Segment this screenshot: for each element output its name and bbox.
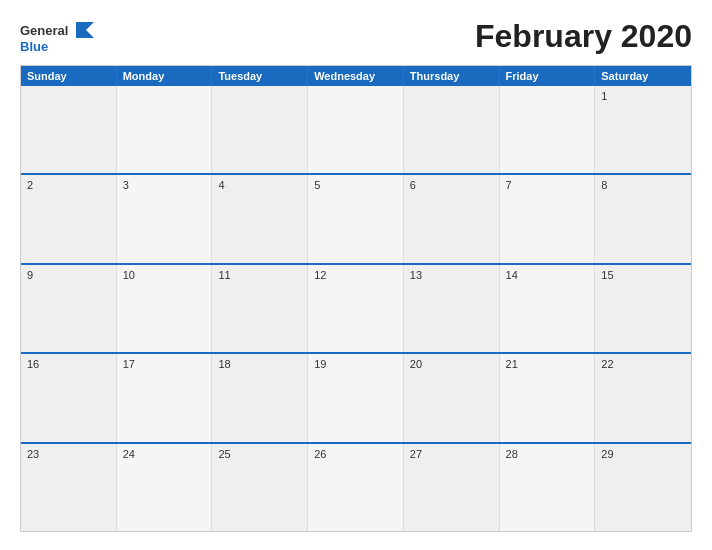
day-empty-2 — [117, 86, 213, 173]
page-header: General Blue February 2020 — [20, 18, 692, 55]
day-25: 25 — [212, 444, 308, 531]
day-13: 13 — [404, 265, 500, 352]
calendar-header: Sunday Monday Tuesday Wednesday Thursday… — [21, 66, 691, 86]
calendar-week-1: 1 — [21, 86, 691, 173]
day-11: 11 — [212, 265, 308, 352]
header-tuesday: Tuesday — [212, 66, 308, 86]
day-12: 12 — [308, 265, 404, 352]
logo-general-text: General — [20, 24, 68, 37]
day-26: 26 — [308, 444, 404, 531]
day-15: 15 — [595, 265, 691, 352]
day-5: 5 — [308, 175, 404, 262]
day-20: 20 — [404, 354, 500, 441]
calendar-grid: Sunday Monday Tuesday Wednesday Thursday… — [20, 65, 692, 532]
day-9: 9 — [21, 265, 117, 352]
day-empty-1 — [21, 86, 117, 173]
header-wednesday: Wednesday — [308, 66, 404, 86]
day-29: 29 — [595, 444, 691, 531]
day-28: 28 — [500, 444, 596, 531]
day-23: 23 — [21, 444, 117, 531]
header-thursday: Thursday — [404, 66, 500, 86]
day-27: 27 — [404, 444, 500, 531]
day-6: 6 — [404, 175, 500, 262]
day-4: 4 — [212, 175, 308, 262]
day-2: 2 — [21, 175, 117, 262]
day-16: 16 — [21, 354, 117, 441]
day-empty-4 — [308, 86, 404, 173]
header-friday: Friday — [500, 66, 596, 86]
header-sunday: Sunday — [21, 66, 117, 86]
day-1: 1 — [595, 86, 691, 173]
day-19: 19 — [308, 354, 404, 441]
day-8: 8 — [595, 175, 691, 262]
day-empty-3 — [212, 86, 308, 173]
calendar-page: General Blue February 2020 Sunday Monday… — [0, 0, 712, 550]
day-empty-5 — [404, 86, 500, 173]
calendar-week-5: 23 24 25 26 27 28 29 — [21, 442, 691, 531]
logo-flag-icon — [72, 20, 94, 38]
calendar-week-2: 2 3 4 5 6 7 8 — [21, 173, 691, 262]
header-monday: Monday — [117, 66, 213, 86]
day-3: 3 — [117, 175, 213, 262]
calendar-week-3: 9 10 11 12 13 14 15 — [21, 263, 691, 352]
logo-blue-text: Blue — [20, 40, 48, 53]
day-14: 14 — [500, 265, 596, 352]
calendar-title: February 2020 — [475, 18, 692, 55]
day-17: 17 — [117, 354, 213, 441]
day-18: 18 — [212, 354, 308, 441]
day-7: 7 — [500, 175, 596, 262]
day-10: 10 — [117, 265, 213, 352]
header-saturday: Saturday — [595, 66, 691, 86]
day-21: 21 — [500, 354, 596, 441]
day-22: 22 — [595, 354, 691, 441]
svg-marker-0 — [76, 22, 94, 38]
calendar-week-4: 16 17 18 19 20 21 22 — [21, 352, 691, 441]
day-empty-6 — [500, 86, 596, 173]
day-24: 24 — [117, 444, 213, 531]
calendar-body: 1 2 3 4 5 6 7 8 9 10 11 12 13 14 15 — [21, 86, 691, 531]
logo: General Blue — [20, 20, 94, 53]
